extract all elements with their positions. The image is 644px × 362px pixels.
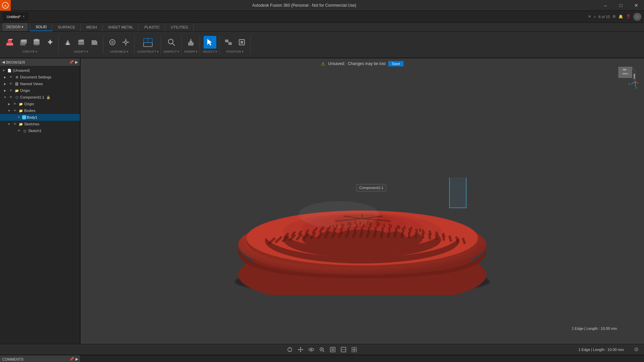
tab-add-icon[interactable]: + bbox=[594, 15, 596, 19]
tree-item-origin[interactable]: ▶ 👁 📁 Origin bbox=[0, 87, 80, 94]
construct-offset-plane[interactable] bbox=[142, 36, 154, 49]
modify-group: MODIFY ▾ bbox=[59, 35, 103, 54]
assemble-group: ⊕ ASSEMBLE ▾ bbox=[104, 35, 135, 54]
display-mode-btn[interactable] bbox=[328, 346, 337, 354]
grid-btn[interactable] bbox=[350, 346, 359, 354]
inspect-label: INSPECT ▾ bbox=[164, 50, 179, 53]
comments-panel: COMMENTS 📌 ▶ bbox=[0, 355, 80, 362]
help-icon[interactable]: ❓ bbox=[626, 14, 631, 19]
tree-item-doc-settings[interactable]: ▶ 👁 ⚙ Document Settings bbox=[0, 74, 80, 80]
tree-item-sketch1[interactable]: 👁 ◻ Sketch1 bbox=[0, 127, 80, 134]
tab-mesh[interactable]: MESH bbox=[81, 23, 103, 31]
eye-icon: 👁 bbox=[12, 108, 17, 113]
browser-expand-icon[interactable]: ▶ bbox=[75, 60, 78, 64]
tree-label: Sketches bbox=[24, 122, 39, 126]
body-icon bbox=[22, 115, 26, 119]
create-label: CREATE ▾ bbox=[22, 50, 37, 53]
tree-item-unsaved[interactable]: ▼ 📄 (Unsaved) bbox=[0, 67, 80, 74]
browser-panel: ◀ BROWSER 📌 ▶ ▼ 📄 (Unsaved) ▶ 👁 ⚙ Docume… bbox=[0, 58, 80, 344]
design-dropdown[interactable]: DESIGN ▾ bbox=[3, 23, 27, 31]
tree-item-component1[interactable]: ▼ 👁 ⬡ Component1:1 🔒 bbox=[0, 94, 80, 101]
select-tool[interactable] bbox=[204, 36, 216, 49]
maximize-button[interactable]: □ bbox=[613, 0, 629, 11]
svg-point-10 bbox=[34, 39, 40, 42]
tree-item-comp-origin[interactable]: ▶ 👁 📁 Origin bbox=[0, 101, 80, 107]
svg-text:⊕: ⊕ bbox=[111, 40, 114, 45]
folder-icon: 📁 bbox=[18, 101, 23, 107]
tree-item-sketches[interactable]: ▼ 👁 📁 Sketches bbox=[0, 121, 80, 127]
svg-rect-84 bbox=[352, 350, 354, 352]
create-extrude-btn[interactable] bbox=[3, 36, 16, 49]
svg-rect-29 bbox=[240, 41, 243, 44]
assemble-joint[interactable] bbox=[119, 36, 132, 49]
tree-label: Bodies bbox=[24, 109, 36, 113]
tree-label: Origin bbox=[20, 88, 30, 93]
nav-cube[interactable]: TOP RIGHT FRONT X Y Z bbox=[612, 64, 639, 90]
create-box-btn[interactable] bbox=[17, 36, 30, 49]
position-align[interactable] bbox=[222, 36, 235, 49]
tree-label: (Unsaved) bbox=[13, 68, 30, 72]
pan-btn[interactable] bbox=[296, 346, 305, 354]
eye-icon: 👁 bbox=[12, 121, 17, 127]
browser-pin-icon[interactable]: 📌 bbox=[69, 60, 74, 64]
settings-icon[interactable]: ⚙ bbox=[612, 14, 616, 19]
tree-arrow: ▼ bbox=[1, 69, 6, 72]
notifications-icon[interactable]: 🔔 bbox=[619, 14, 623, 19]
tab-close-icon[interactable]: × bbox=[23, 15, 25, 18]
tab-sheet-metal[interactable]: SHEET METAL bbox=[103, 23, 139, 31]
comments-expand-icon[interactable]: ▶ bbox=[75, 357, 78, 361]
inspect-measure[interactable] bbox=[165, 36, 178, 49]
maze-3d-object bbox=[211, 101, 513, 302]
tree-item-body1[interactable]: 👁 Body1 bbox=[0, 114, 80, 121]
avatar[interactable]: U bbox=[633, 13, 641, 21]
close-button[interactable]: ✕ bbox=[629, 0, 644, 11]
create-cylinder-btn[interactable] bbox=[30, 36, 43, 49]
construct-label: CONSTRUCT ▾ bbox=[137, 50, 159, 53]
tree-item-named-views[interactable]: ▶ 👁 🖼 Named Views bbox=[0, 80, 80, 87]
view-icon: 🖼 bbox=[14, 81, 19, 86]
svg-text:RIGHT: RIGHT bbox=[633, 74, 635, 79]
tab-surface[interactable]: SURFACE bbox=[52, 23, 81, 31]
create-move-btn[interactable]: ✚ bbox=[44, 36, 56, 49]
app-logo: A bbox=[0, 0, 11, 11]
minimize-button[interactable]: – bbox=[598, 0, 613, 11]
modify-label: MODIFY ▾ bbox=[74, 50, 88, 53]
visual-style-btn[interactable] bbox=[339, 346, 348, 354]
tree-label: Named Views bbox=[20, 82, 43, 86]
tool-row: ✚ CREATE ▾ MODIFY ▾ ⊕ bbox=[0, 32, 644, 58]
svg-marker-68 bbox=[300, 347, 301, 348]
snap-btn[interactable] bbox=[285, 346, 294, 354]
svg-line-61 bbox=[631, 82, 635, 84]
viewport[interactable]: ⚠ Unsaved: Changes may be lost Save bbox=[80, 58, 644, 344]
bottom-panels: COMMENTS 📌 ▶ ⏮ ⏪ ▶ ⏩ ⏭ bbox=[0, 355, 644, 362]
svg-rect-83 bbox=[355, 347, 357, 349]
tree-item-bodies[interactable]: ▼ 👁 📁 Bodies bbox=[0, 107, 80, 114]
position-capture[interactable] bbox=[235, 36, 248, 49]
tab-solid[interactable]: SOLID bbox=[30, 23, 52, 31]
toolbar: DESIGN ▾ SOLID SURFACE MESH SHEET METAL … bbox=[0, 23, 644, 32]
eye-icon: 👁 bbox=[8, 95, 13, 100]
tree-arrow: ▶ bbox=[3, 76, 7, 79]
modify-chamfer[interactable] bbox=[88, 36, 101, 49]
comments-header: COMMENTS 📌 ▶ bbox=[0, 355, 80, 362]
insert-derive[interactable] bbox=[184, 36, 197, 49]
save-button[interactable]: Save bbox=[388, 61, 404, 66]
tab-plastic[interactable]: PLASTIC bbox=[139, 23, 165, 31]
position-group: POSITION ▾ bbox=[220, 35, 251, 54]
toolbar-tabs: SOLID SURFACE MESH SHEET METAL PLASTIC U… bbox=[30, 23, 644, 31]
tab-close-icon-x[interactable]: ✕ bbox=[588, 14, 591, 19]
comments-pin-icon[interactable]: 📌 bbox=[69, 357, 74, 361]
tab-utilities[interactable]: UTILITIES bbox=[165, 23, 194, 31]
tab-untitled[interactable]: Untitled* × bbox=[3, 12, 29, 21]
modify-fillet[interactable] bbox=[75, 36, 88, 49]
orbit-btn[interactable] bbox=[307, 346, 316, 354]
svg-text:Y: Y bbox=[636, 87, 637, 89]
edge-info-bar: 1 Edge | Length : 10.00 mm bbox=[578, 348, 624, 352]
eye-icon: 👁 bbox=[8, 74, 13, 80]
browser-collapse-icon[interactable]: ◀ bbox=[2, 60, 5, 64]
assemble-new-comp[interactable]: ⊕ bbox=[106, 36, 119, 49]
settings-bottom-icon[interactable]: ⚙ bbox=[634, 346, 639, 353]
modify-press-pull[interactable] bbox=[61, 36, 74, 49]
svg-line-75 bbox=[323, 351, 324, 352]
zoom-btn[interactable] bbox=[317, 346, 327, 354]
